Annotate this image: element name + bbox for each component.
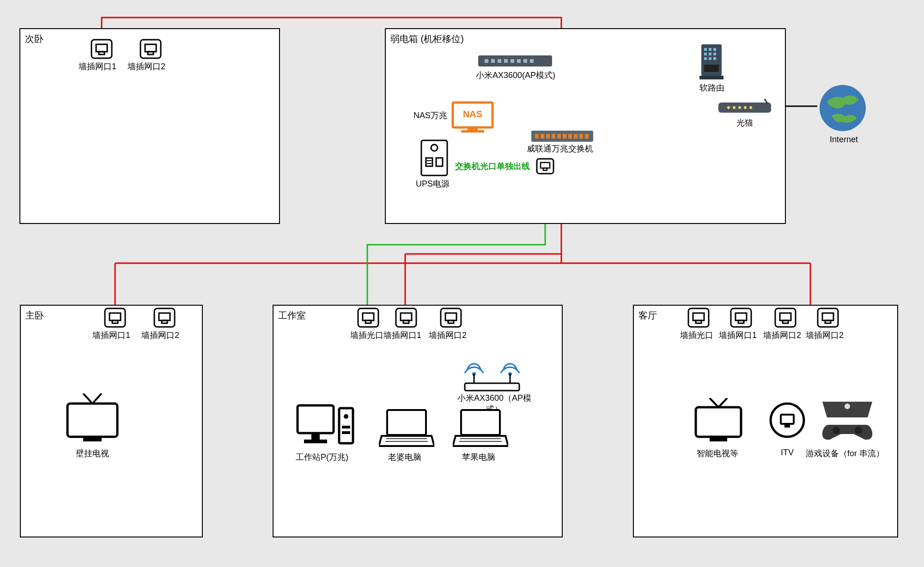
svg-point-63 xyxy=(738,106,741,109)
svg-point-95 xyxy=(344,414,348,419)
svg-point-66 xyxy=(820,85,866,131)
svg-text:NAS: NAS xyxy=(463,109,482,119)
rj45-port-icon xyxy=(536,158,554,176)
port-label: 墙插网口2 xyxy=(763,330,801,341)
svg-rect-101 xyxy=(461,410,500,435)
svg-rect-67 xyxy=(105,308,125,327)
svg-rect-42 xyxy=(579,134,583,139)
svg-rect-110 xyxy=(775,308,796,327)
port-label: 墙插网口2 xyxy=(128,61,165,72)
svg-rect-83 xyxy=(441,308,461,327)
wifi-router-icon xyxy=(462,360,522,394)
svg-rect-113 xyxy=(818,308,838,327)
device-label: 威联通万兆交换机 xyxy=(527,143,593,154)
svg-rect-21 xyxy=(523,59,527,63)
svg-point-123 xyxy=(845,404,850,409)
svg-rect-56 xyxy=(713,57,716,60)
svg-rect-93 xyxy=(304,440,327,443)
device-label: 苹果电脑 xyxy=(462,452,495,463)
svg-rect-18 xyxy=(504,59,508,63)
device-label: 工作站P(万兆) xyxy=(296,452,348,463)
svg-rect-52 xyxy=(709,53,711,55)
rj45-port-icon xyxy=(91,39,113,61)
rj45-port-icon xyxy=(440,308,462,330)
svg-rect-40 xyxy=(568,134,572,139)
svg-rect-76 xyxy=(83,437,102,441)
svg-rect-48 xyxy=(704,48,707,51)
diagram-stage: 次卧 墙插网口1 墙插网口2 弱电箱 (机柜移位) 小米AX3600(AP模式)… xyxy=(0,0,924,567)
rj45-port-icon xyxy=(817,308,839,330)
fiber-note: 交换机光口单独出线 xyxy=(455,161,530,172)
svg-rect-96 xyxy=(342,426,350,428)
svg-rect-35 xyxy=(541,134,544,139)
rj45-port-icon xyxy=(153,308,176,330)
svg-point-64 xyxy=(744,106,747,109)
tv-icon xyxy=(693,398,744,446)
port-label: 墙插光口 xyxy=(350,330,383,341)
ups-icon xyxy=(420,139,448,178)
svg-rect-41 xyxy=(574,134,578,139)
room-weak-box: 弱电箱 (机柜移位) xyxy=(385,28,786,224)
nas-icon: NAS xyxy=(451,101,494,135)
globe-icon xyxy=(818,83,868,135)
device-label: ITV xyxy=(781,448,794,458)
svg-rect-39 xyxy=(563,134,566,139)
port-label: 墙插网口2 xyxy=(141,330,179,341)
rj45-port-icon xyxy=(357,308,379,330)
svg-rect-36 xyxy=(546,134,550,139)
svg-rect-119 xyxy=(710,437,727,441)
room-title: 次卧 xyxy=(25,33,43,45)
svg-point-125 xyxy=(855,427,862,434)
port-label: 墙插网口1 xyxy=(719,330,757,341)
device-label: Internet xyxy=(830,135,858,145)
room-title: 弱电箱 (机柜移位) xyxy=(390,33,464,45)
laptop-icon xyxy=(379,408,434,451)
svg-point-61 xyxy=(727,106,730,109)
svg-rect-53 xyxy=(713,53,716,55)
desktop-pc-icon xyxy=(296,403,356,451)
svg-rect-77 xyxy=(358,308,378,327)
svg-rect-49 xyxy=(709,48,711,51)
room-title: 主卧 xyxy=(25,309,44,322)
device-label: 壁挂电视 xyxy=(76,448,109,459)
svg-rect-17 xyxy=(498,59,501,63)
port-label: 墙插网口2 xyxy=(806,330,844,341)
switch-icon xyxy=(531,131,593,144)
room-title: 客厅 xyxy=(638,309,657,322)
svg-rect-44 xyxy=(537,159,553,174)
svg-rect-104 xyxy=(688,308,709,327)
svg-rect-107 xyxy=(731,308,751,327)
port-label: 墙插网口1 xyxy=(383,330,421,341)
svg-rect-75 xyxy=(67,404,117,437)
svg-rect-121 xyxy=(781,415,794,424)
svg-rect-38 xyxy=(557,134,561,139)
svg-rect-122 xyxy=(784,424,790,428)
svg-rect-90 xyxy=(465,383,519,391)
svg-rect-27 xyxy=(421,140,447,175)
room-title: 工作室 xyxy=(278,309,306,322)
game-console-icon xyxy=(820,397,875,445)
svg-rect-43 xyxy=(585,134,589,139)
rj45-port-icon xyxy=(140,39,162,61)
device-label: 智能电视等 xyxy=(697,448,738,459)
svg-rect-15 xyxy=(485,59,488,63)
svg-rect-11 xyxy=(140,40,161,58)
svg-rect-8 xyxy=(91,40,112,58)
svg-point-65 xyxy=(749,106,752,109)
tv-icon xyxy=(65,393,120,446)
soft-router-icon xyxy=(698,44,725,82)
port-label: 墙插光口 xyxy=(680,330,713,341)
svg-rect-80 xyxy=(396,308,416,327)
svg-rect-16 xyxy=(491,59,495,63)
rj45-port-icon xyxy=(774,308,796,330)
svg-rect-55 xyxy=(709,57,711,60)
device-label: 游戏设备（for 串流） xyxy=(806,448,884,459)
svg-rect-54 xyxy=(704,57,707,60)
svg-rect-97 xyxy=(342,431,350,434)
port-label: 墙插网口2 xyxy=(429,330,467,341)
svg-rect-22 xyxy=(530,59,534,63)
rj45-port-icon xyxy=(395,308,417,330)
router-icon xyxy=(478,52,552,72)
svg-rect-51 xyxy=(704,53,707,55)
svg-line-117 xyxy=(718,398,727,407)
